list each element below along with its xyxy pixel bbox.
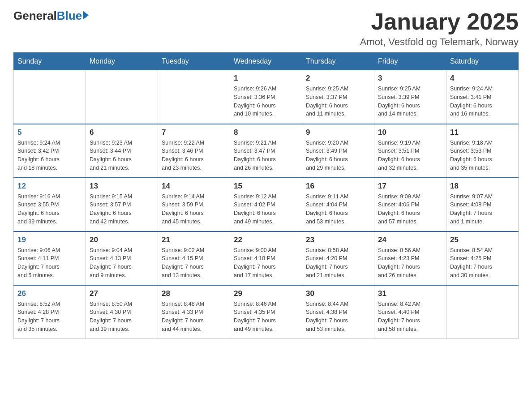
calendar-cell: 4Sunrise: 9:24 AM Sunset: 3:41 PM Daylig…	[446, 70, 519, 124]
calendar-cell: 8Sunrise: 9:21 AM Sunset: 3:47 PM Daylig…	[230, 124, 302, 178]
day-number: 13	[90, 182, 154, 191]
day-number: 10	[378, 128, 442, 137]
calendar-cell	[158, 70, 230, 124]
day-number: 23	[306, 235, 370, 244]
month-title: January 2025	[360, 9, 519, 34]
day-number: 28	[162, 289, 226, 298]
day-info: Sunrise: 8:48 AM Sunset: 4:33 PM Dayligh…	[162, 300, 226, 334]
calendar-cell: 7Sunrise: 9:22 AM Sunset: 3:46 PM Daylig…	[158, 124, 230, 178]
day-info: Sunrise: 9:06 AM Sunset: 4:11 PM Dayligh…	[17, 246, 82, 280]
day-info: Sunrise: 9:14 AM Sunset: 3:59 PM Dayligh…	[162, 193, 226, 226]
day-number: 8	[234, 128, 298, 137]
calendar-cell: 3Sunrise: 9:25 AM Sunset: 3:39 PM Daylig…	[374, 70, 446, 124]
day-number: 17	[378, 182, 442, 191]
calendar-cell: 20Sunrise: 9:04 AM Sunset: 4:13 PM Dayli…	[86, 231, 158, 285]
day-info: Sunrise: 8:44 AM Sunset: 4:38 PM Dayligh…	[306, 300, 370, 334]
calendar-cell: 12Sunrise: 9:16 AM Sunset: 3:55 PM Dayli…	[14, 178, 86, 231]
day-info: Sunrise: 8:54 AM Sunset: 4:25 PM Dayligh…	[450, 246, 515, 280]
calendar-week-row: 5Sunrise: 9:24 AM Sunset: 3:42 PM Daylig…	[14, 124, 519, 178]
calendar-cell: 28Sunrise: 8:48 AM Sunset: 4:33 PM Dayli…	[158, 285, 230, 339]
day-info: Sunrise: 9:24 AM Sunset: 3:41 PM Dayligh…	[450, 85, 515, 118]
day-info: Sunrise: 9:00 AM Sunset: 4:18 PM Dayligh…	[234, 246, 298, 280]
weekday-header-saturday: Saturday	[446, 53, 519, 70]
calendar-cell: 5Sunrise: 9:24 AM Sunset: 3:42 PM Daylig…	[14, 124, 86, 178]
calendar-header-row: SundayMondayTuesdayWednesdayThursdayFrid…	[14, 53, 519, 70]
day-number: 29	[234, 289, 298, 298]
calendar-cell: 22Sunrise: 9:00 AM Sunset: 4:18 PM Dayli…	[230, 231, 302, 285]
day-number: 2	[306, 74, 370, 83]
calendar-cell	[446, 285, 519, 339]
weekday-header-tuesday: Tuesday	[158, 53, 230, 70]
day-info: Sunrise: 9:20 AM Sunset: 3:49 PM Dayligh…	[306, 139, 370, 172]
calendar-cell	[86, 70, 158, 124]
day-number: 31	[378, 289, 442, 298]
weekday-header-monday: Monday	[86, 53, 158, 70]
weekday-header-sunday: Sunday	[14, 53, 86, 70]
day-info: Sunrise: 9:18 AM Sunset: 3:53 PM Dayligh…	[450, 139, 515, 172]
calendar-week-row: 19Sunrise: 9:06 AM Sunset: 4:11 PM Dayli…	[14, 231, 519, 285]
day-info: Sunrise: 9:15 AM Sunset: 3:57 PM Dayligh…	[90, 193, 154, 226]
calendar-cell: 15Sunrise: 9:12 AM Sunset: 4:02 PM Dayli…	[230, 178, 302, 231]
calendar-cell: 10Sunrise: 9:19 AM Sunset: 3:51 PM Dayli…	[374, 124, 446, 178]
day-info: Sunrise: 9:04 AM Sunset: 4:13 PM Dayligh…	[90, 246, 154, 280]
calendar-cell: 26Sunrise: 8:52 AM Sunset: 4:28 PM Dayli…	[14, 285, 86, 339]
weekday-header-friday: Friday	[374, 53, 446, 70]
day-number: 12	[17, 182, 82, 191]
day-number: 11	[450, 128, 515, 137]
day-info: Sunrise: 8:58 AM Sunset: 4:20 PM Dayligh…	[306, 246, 370, 280]
calendar-cell: 31Sunrise: 8:42 AM Sunset: 4:40 PM Dayli…	[374, 285, 446, 339]
calendar-cell: 21Sunrise: 9:02 AM Sunset: 4:15 PM Dayli…	[158, 231, 230, 285]
calendar-cell: 2Sunrise: 9:25 AM Sunset: 3:37 PM Daylig…	[302, 70, 374, 124]
day-number: 16	[306, 182, 370, 191]
day-number: 1	[234, 74, 298, 83]
calendar-cell	[14, 70, 86, 124]
day-number: 18	[450, 182, 515, 191]
day-number: 15	[234, 182, 298, 191]
day-info: Sunrise: 8:50 AM Sunset: 4:30 PM Dayligh…	[90, 300, 154, 334]
day-number: 24	[378, 235, 442, 244]
day-number: 25	[450, 235, 515, 244]
weekday-header-thursday: Thursday	[302, 53, 374, 70]
day-info: Sunrise: 9:24 AM Sunset: 3:42 PM Dayligh…	[17, 139, 82, 172]
day-info: Sunrise: 9:07 AM Sunset: 4:08 PM Dayligh…	[450, 193, 515, 226]
weekday-header-wednesday: Wednesday	[230, 53, 302, 70]
calendar-cell: 6Sunrise: 9:23 AM Sunset: 3:44 PM Daylig…	[86, 124, 158, 178]
page-header: General Blue January 2025 Amot, Vestfold…	[13, 9, 519, 48]
calendar-cell: 9Sunrise: 9:20 AM Sunset: 3:49 PM Daylig…	[302, 124, 374, 178]
calendar-cell: 1Sunrise: 9:26 AM Sunset: 3:36 PM Daylig…	[230, 70, 302, 124]
day-info: Sunrise: 9:12 AM Sunset: 4:02 PM Dayligh…	[234, 193, 298, 226]
day-info: Sunrise: 8:42 AM Sunset: 4:40 PM Dayligh…	[378, 300, 442, 334]
day-number: 21	[162, 235, 226, 244]
day-number: 14	[162, 182, 226, 191]
day-number: 6	[90, 128, 154, 137]
day-info: Sunrise: 9:26 AM Sunset: 3:36 PM Dayligh…	[234, 85, 298, 118]
day-number: 3	[378, 74, 442, 83]
day-number: 20	[90, 235, 154, 244]
calendar-cell: 29Sunrise: 8:46 AM Sunset: 4:35 PM Dayli…	[230, 285, 302, 339]
calendar-week-row: 1Sunrise: 9:26 AM Sunset: 3:36 PM Daylig…	[14, 70, 519, 124]
calendar-cell: 18Sunrise: 9:07 AM Sunset: 4:08 PM Dayli…	[446, 178, 519, 231]
calendar-cell: 16Sunrise: 9:11 AM Sunset: 4:04 PM Dayli…	[302, 178, 374, 231]
day-info: Sunrise: 9:11 AM Sunset: 4:04 PM Dayligh…	[306, 193, 370, 226]
calendar-table: SundayMondayTuesdayWednesdayThursdayFrid…	[13, 52, 519, 339]
day-info: Sunrise: 9:25 AM Sunset: 3:37 PM Dayligh…	[306, 85, 370, 118]
day-info: Sunrise: 9:02 AM Sunset: 4:15 PM Dayligh…	[162, 246, 226, 280]
day-info: Sunrise: 9:25 AM Sunset: 3:39 PM Dayligh…	[378, 85, 442, 118]
day-number: 19	[17, 235, 82, 244]
calendar-cell: 30Sunrise: 8:44 AM Sunset: 4:38 PM Dayli…	[302, 285, 374, 339]
calendar-cell: 17Sunrise: 9:09 AM Sunset: 4:06 PM Dayli…	[374, 178, 446, 231]
calendar-cell: 19Sunrise: 9:06 AM Sunset: 4:11 PM Dayli…	[14, 231, 86, 285]
day-number: 22	[234, 235, 298, 244]
calendar-cell: 13Sunrise: 9:15 AM Sunset: 3:57 PM Dayli…	[86, 178, 158, 231]
day-number: 7	[162, 128, 226, 137]
logo-blue-part: Blue	[57, 9, 89, 23]
calendar-cell: 27Sunrise: 8:50 AM Sunset: 4:30 PM Dayli…	[86, 285, 158, 339]
calendar-cell: 23Sunrise: 8:58 AM Sunset: 4:20 PM Dayli…	[302, 231, 374, 285]
calendar-cell: 24Sunrise: 8:56 AM Sunset: 4:23 PM Dayli…	[374, 231, 446, 285]
calendar-cell: 11Sunrise: 9:18 AM Sunset: 3:53 PM Dayli…	[446, 124, 519, 178]
day-number: 5	[17, 128, 82, 137]
day-number: 30	[306, 289, 370, 298]
calendar-cell: 25Sunrise: 8:54 AM Sunset: 4:25 PM Dayli…	[446, 231, 519, 285]
day-info: Sunrise: 9:09 AM Sunset: 4:06 PM Dayligh…	[378, 193, 442, 226]
day-info: Sunrise: 8:56 AM Sunset: 4:23 PM Dayligh…	[378, 246, 442, 280]
